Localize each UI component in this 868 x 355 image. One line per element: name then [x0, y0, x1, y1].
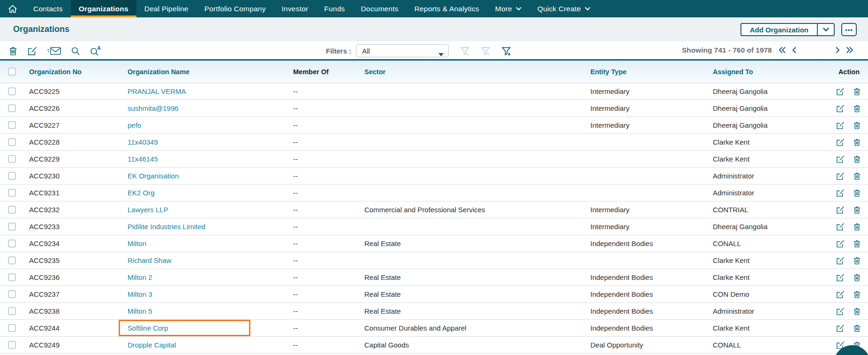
row-delete-button[interactable]: [853, 239, 861, 248]
row-edit-button[interactable]: [836, 188, 845, 198]
row-edit-button[interactable]: [836, 171, 845, 181]
add-organization-button[interactable]: Add Organization: [740, 23, 835, 36]
nav-tab-deal-pipeline[interactable]: Deal Pipeline: [136, 0, 196, 17]
organization-name-link[interactable]: Milton 3: [128, 290, 152, 298]
delete-icon: [853, 171, 861, 181]
row-checkbox[interactable]: [8, 189, 16, 197]
row-delete-button[interactable]: [853, 256, 861, 265]
row-checkbox[interactable]: [8, 341, 16, 349]
row-checkbox[interactable]: [8, 273, 16, 281]
nav-tab-reports-analytics[interactable]: Reports & Analytics: [407, 0, 487, 17]
add-organization-dropdown[interactable]: [817, 24, 834, 35]
row-checkbox[interactable]: [8, 155, 16, 163]
organization-name-link[interactable]: Richard Shaw: [128, 256, 171, 264]
row-edit-button[interactable]: [836, 87, 845, 96]
cell-sector: Real Estate: [364, 239, 590, 247]
row-delete-button[interactable]: [853, 222, 861, 232]
row-delete-button[interactable]: [853, 290, 861, 299]
first-page-icon: [777, 46, 787, 54]
organization-name-link[interactable]: Milton 5: [128, 307, 152, 315]
organization-name-link[interactable]: EK2 Org: [128, 189, 155, 197]
row-checkbox[interactable]: [8, 239, 16, 247]
filter-add-button[interactable]: [501, 46, 512, 56]
organization-name-link[interactable]: Dropple Capital: [128, 341, 176, 349]
row-edit-button[interactable]: [836, 324, 845, 333]
previous-page-button[interactable]: [790, 46, 799, 54]
row-checkbox[interactable]: [8, 290, 16, 298]
row-checkbox[interactable]: [8, 121, 16, 129]
row-delete-button[interactable]: [853, 121, 861, 130]
row-checkbox[interactable]: [8, 104, 16, 112]
row-checkbox[interactable]: [8, 324, 16, 332]
cell-select: [0, 273, 29, 281]
row-checkbox[interactable]: [8, 307, 16, 315]
row-delete-button[interactable]: [853, 104, 861, 113]
row-edit-button[interactable]: [836, 239, 845, 248]
row-edit-button[interactable]: [836, 273, 845, 282]
row-edit-button[interactable]: [836, 307, 845, 316]
row-delete-button[interactable]: [853, 171, 861, 181]
row-delete-button[interactable]: [853, 307, 861, 316]
organization-name-link[interactable]: 11x40349: [128, 138, 158, 146]
row-checkbox[interactable]: [8, 172, 16, 180]
row-delete-button[interactable]: [853, 154, 861, 164]
organization-name-link[interactable]: 11x46145: [128, 155, 158, 163]
cell-organization-name: Dropple Capital: [128, 341, 293, 349]
cell-assigned-to: Dheeraj Gangolia: [713, 121, 831, 129]
organization-name-link[interactable]: Lawyers LLP: [128, 206, 168, 214]
nav-tab-documents[interactable]: Documents: [353, 0, 406, 17]
organization-name-link[interactable]: Milton: [128, 239, 146, 247]
cell-organization-no: ACC9238: [29, 307, 128, 315]
edit-icon: [836, 307, 845, 316]
row-delete-button[interactable]: [853, 324, 861, 333]
mass-edit-button[interactable]: [27, 46, 38, 56]
row-checkbox[interactable]: [8, 256, 16, 264]
row-edit-button[interactable]: [836, 256, 845, 265]
row-delete-button[interactable]: [853, 138, 861, 147]
organization-name-link[interactable]: sushmita@1996: [128, 104, 179, 112]
organization-name-link[interactable]: pefo: [128, 121, 141, 129]
row-checkbox[interactable]: [8, 87, 16, 95]
organization-name-link[interactable]: Softline Corp: [128, 324, 168, 332]
organization-name-link[interactable]: EK Organisation: [128, 172, 179, 180]
more-options-button[interactable]: •••: [841, 23, 857, 36]
advanced-search-button[interactable]: A: [89, 45, 102, 56]
filter-select[interactable]: All: [356, 44, 449, 57]
row-delete-button[interactable]: [853, 87, 861, 96]
cell-select: [0, 256, 29, 264]
row-edit-button[interactable]: [836, 205, 845, 215]
page-header-actions: Add Organization •••: [740, 23, 857, 36]
nav-tab-funds[interactable]: Funds: [316, 0, 353, 17]
row-edit-button[interactable]: [836, 104, 845, 113]
nav-tab-investor[interactable]: Investor: [274, 0, 317, 17]
row-edit-button[interactable]: [836, 154, 845, 164]
nav-tab-portfolio-company[interactable]: Portfolio Company: [196, 0, 274, 17]
row-delete-button[interactable]: [853, 273, 861, 282]
last-page-button[interactable]: [845, 46, 854, 54]
organization-name-link[interactable]: PRANJAL VERMA: [128, 87, 186, 95]
home-button[interactable]: [0, 0, 25, 17]
nav-tab-organizations[interactable]: Organizations: [71, 0, 136, 17]
mass-delete-button[interactable]: [8, 46, 18, 56]
nav-tab-quick-create[interactable]: Quick Create: [529, 0, 598, 17]
row-checkbox[interactable]: [8, 138, 16, 146]
cell-assigned-to: Clarke Kent: [713, 324, 831, 332]
next-page-button[interactable]: [833, 46, 842, 54]
row-edit-button[interactable]: [836, 121, 845, 130]
search-button[interactable]: [70, 46, 81, 56]
row-edit-button[interactable]: [836, 290, 845, 299]
row-checkbox[interactable]: [8, 206, 16, 214]
row-edit-button[interactable]: [836, 138, 845, 147]
row-checkbox[interactable]: [8, 223, 16, 231]
first-page-button[interactable]: [777, 46, 787, 54]
organization-name-link[interactable]: Milton 2: [128, 273, 152, 281]
row-delete-button[interactable]: [853, 205, 861, 215]
cell-member-of: --: [293, 104, 364, 112]
nav-tab-contacts[interactable]: Contacts: [25, 0, 71, 17]
table-row: ACC9249Dropple Capital--Capital GoodsDea…: [0, 337, 868, 354]
row-edit-button[interactable]: [836, 222, 845, 232]
organization-name-link[interactable]: Pidilite Industries Limited: [128, 223, 205, 231]
mass-email-button[interactable]: [46, 46, 62, 56]
nav-tab-more[interactable]: More: [487, 0, 529, 17]
row-delete-button[interactable]: [853, 188, 861, 198]
